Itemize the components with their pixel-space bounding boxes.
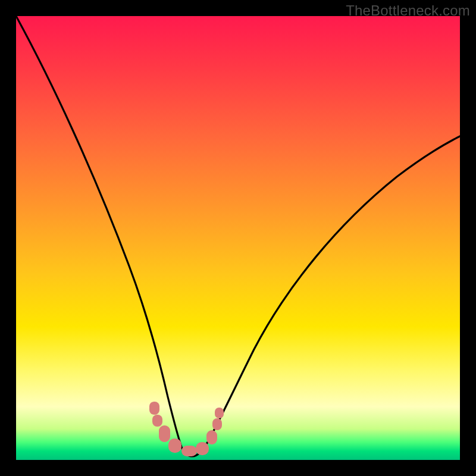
chart-svg xyxy=(16,16,460,460)
svg-rect-0 xyxy=(149,402,159,415)
svg-rect-2 xyxy=(159,425,170,442)
svg-rect-8 xyxy=(215,408,224,418)
watermark-text: TheBottleneck.com xyxy=(346,2,470,19)
plot-area xyxy=(16,16,460,460)
svg-rect-5 xyxy=(196,442,209,455)
svg-rect-6 xyxy=(206,430,217,444)
primary-curve xyxy=(16,16,460,456)
svg-rect-1 xyxy=(152,415,162,427)
svg-rect-7 xyxy=(212,418,222,430)
svg-rect-3 xyxy=(168,439,181,453)
svg-rect-4 xyxy=(181,446,197,456)
chart-frame: TheBottleneck.com xyxy=(0,0,476,476)
marker-cluster xyxy=(149,402,224,456)
